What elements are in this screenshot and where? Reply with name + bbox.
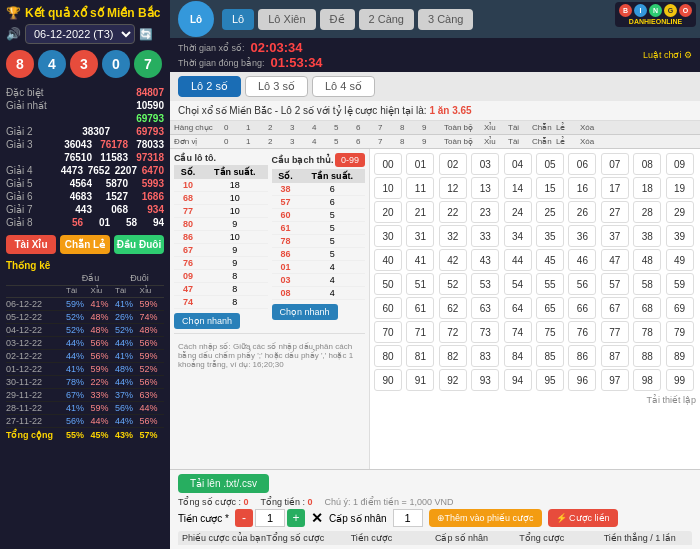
- number-cell[interactable]: 65: [536, 297, 564, 319]
- number-cell[interactable]: 25: [536, 201, 564, 223]
- number-cell[interactable]: 99: [666, 369, 694, 391]
- number-cell[interactable]: 66: [568, 297, 596, 319]
- number-cell[interactable]: 87: [601, 345, 629, 367]
- number-cell[interactable]: 72: [439, 321, 467, 343]
- number-cell[interactable]: 47: [601, 249, 629, 271]
- number-cell[interactable]: 62: [439, 297, 467, 319]
- number-cell[interactable]: 30: [374, 225, 402, 247]
- number-cell[interactable]: 77: [601, 321, 629, 343]
- number-cell[interactable]: 35: [536, 225, 564, 247]
- number-cell[interactable]: 90: [374, 369, 402, 391]
- refresh-icon[interactable]: 🔄: [139, 28, 153, 41]
- number-cell[interactable]: 75: [536, 321, 564, 343]
- number-cell[interactable]: 78: [633, 321, 661, 343]
- minus-button[interactable]: -: [235, 509, 253, 527]
- number-cell[interactable]: 11: [406, 177, 434, 199]
- number-cell[interactable]: 73: [471, 321, 499, 343]
- number-cell[interactable]: 28: [633, 201, 661, 223]
- number-cell[interactable]: 96: [568, 369, 596, 391]
- number-cell[interactable]: 13: [471, 177, 499, 199]
- tai-thiet-lap[interactable]: Tải thiết lập: [374, 395, 696, 405]
- number-cell[interactable]: 63: [471, 297, 499, 319]
- number-cell[interactable]: 67: [601, 297, 629, 319]
- number-cell[interactable]: 54: [504, 273, 532, 295]
- number-cell[interactable]: 93: [471, 369, 499, 391]
- number-cell[interactable]: 22: [439, 201, 467, 223]
- them-button[interactable]: ⊕Thêm vào phiếu cược: [429, 509, 542, 527]
- number-cell[interactable]: 03: [471, 153, 499, 175]
- number-cell[interactable]: 59: [666, 273, 694, 295]
- number-cell[interactable]: 39: [666, 225, 694, 247]
- number-cell[interactable]: 64: [504, 297, 532, 319]
- number-cell[interactable]: 14: [504, 177, 532, 199]
- nav-de[interactable]: Đề: [320, 9, 355, 30]
- number-cell[interactable]: 15: [536, 177, 564, 199]
- number-cell[interactable]: 51: [406, 273, 434, 295]
- number-cell[interactable]: 40: [374, 249, 402, 271]
- number-cell[interactable]: 16: [568, 177, 596, 199]
- number-cell[interactable]: 12: [439, 177, 467, 199]
- number-cell[interactable]: 61: [406, 297, 434, 319]
- number-cell[interactable]: 89: [666, 345, 694, 367]
- number-cell[interactable]: 43: [471, 249, 499, 271]
- tab-lo3so[interactable]: Lô 3 số: [245, 76, 308, 97]
- nav-3cang[interactable]: 3 Càng: [418, 9, 473, 30]
- number-cell[interactable]: 01: [406, 153, 434, 175]
- number-cell[interactable]: 48: [633, 249, 661, 271]
- nav-lo[interactable]: Lô: [222, 9, 254, 30]
- number-cell[interactable]: 00: [374, 153, 402, 175]
- number-cell[interactable]: 81: [406, 345, 434, 367]
- number-cell[interactable]: 20: [374, 201, 402, 223]
- number-cell[interactable]: 58: [633, 273, 661, 295]
- number-cell[interactable]: 60: [374, 297, 402, 319]
- number-cell[interactable]: 82: [439, 345, 467, 367]
- chon-nhanh-btn1[interactable]: Chọn nhanh: [174, 313, 240, 329]
- number-cell[interactable]: 27: [601, 201, 629, 223]
- number-cell[interactable]: 26: [568, 201, 596, 223]
- cuoilive-button[interactable]: ⚡ Cược liền: [548, 509, 618, 527]
- tab-lo2so[interactable]: Lô 2 số: [178, 76, 241, 97]
- nav-2cang[interactable]: 2 Càng: [359, 9, 414, 30]
- number-cell[interactable]: 45: [536, 249, 564, 271]
- number-cell[interactable]: 04: [504, 153, 532, 175]
- number-cell[interactable]: 10: [374, 177, 402, 199]
- number-cell[interactable]: 09: [666, 153, 694, 175]
- number-cell[interactable]: 49: [666, 249, 694, 271]
- dauduoi-button[interactable]: Đầu Đuôi: [114, 235, 164, 254]
- number-cell[interactable]: 31: [406, 225, 434, 247]
- number-cell[interactable]: 94: [504, 369, 532, 391]
- number-cell[interactable]: 70: [374, 321, 402, 343]
- number-cell[interactable]: 19: [666, 177, 694, 199]
- number-cell[interactable]: 08: [633, 153, 661, 175]
- number-cell[interactable]: 80: [374, 345, 402, 367]
- number-cell[interactable]: 52: [439, 273, 467, 295]
- number-cell[interactable]: 76: [568, 321, 596, 343]
- number-cell[interactable]: 36: [568, 225, 596, 247]
- chanle-button[interactable]: Chẵn Lẻ: [60, 235, 110, 254]
- number-cell[interactable]: 68: [633, 297, 661, 319]
- number-cell[interactable]: 42: [439, 249, 467, 271]
- number-cell[interactable]: 53: [471, 273, 499, 295]
- number-cell[interactable]: 32: [439, 225, 467, 247]
- number-cell[interactable]: 46: [568, 249, 596, 271]
- number-cell[interactable]: 74: [504, 321, 532, 343]
- taixiu-button[interactable]: Tài Xỉu: [6, 235, 56, 254]
- number-cell[interactable]: 17: [601, 177, 629, 199]
- number-cell[interactable]: 69: [666, 297, 694, 319]
- number-cell[interactable]: 50: [374, 273, 402, 295]
- number-cell[interactable]: 29: [666, 201, 694, 223]
- number-cell[interactable]: 24: [504, 201, 532, 223]
- number-cell[interactable]: 38: [633, 225, 661, 247]
- number-cell[interactable]: 91: [406, 369, 434, 391]
- number-cell[interactable]: 85: [536, 345, 564, 367]
- number-cell[interactable]: 21: [406, 201, 434, 223]
- download-button[interactable]: Tải lên .txt/.csv: [178, 474, 269, 493]
- number-cell[interactable]: 23: [471, 201, 499, 223]
- number-cell[interactable]: 41: [406, 249, 434, 271]
- number-cell[interactable]: 83: [471, 345, 499, 367]
- nav-loxien[interactable]: Lô Xiên: [258, 9, 315, 30]
- number-cell[interactable]: 98: [633, 369, 661, 391]
- luat-choi[interactable]: Luật chơi ⚙: [643, 50, 692, 60]
- number-cell[interactable]: 56: [568, 273, 596, 295]
- chon-nhanh-btn2[interactable]: Chọn nhanh: [272, 304, 338, 320]
